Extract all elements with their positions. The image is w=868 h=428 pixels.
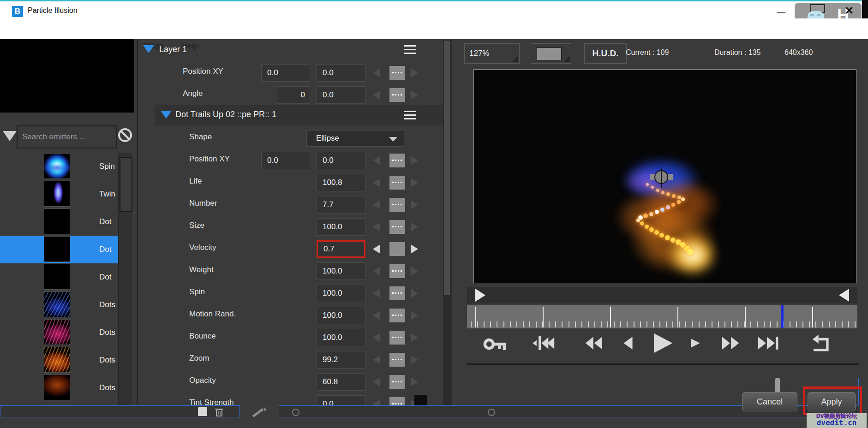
properties-scrollbar-thumb[interactable] (444, 41, 450, 295)
keyframe-handle-icon[interactable] (389, 286, 405, 300)
keyframe-handle-icon[interactable] (389, 88, 405, 102)
value-field[interactable]: 100.0 (317, 329, 365, 346)
value-field[interactable]: 100.0 (317, 285, 365, 302)
library-scrollbar-thumb[interactable] (120, 157, 132, 212)
decrement-arrow-icon[interactable] (373, 267, 380, 276)
collapse-triangle-icon[interactable] (143, 45, 154, 53)
keyframe-handle-icon[interactable] (389, 242, 405, 256)
emitter-list-item[interactable]: Twin (0, 180, 118, 208)
value-field[interactable]: 100.0 (317, 307, 365, 324)
timeline-ruler[interactable] (467, 305, 857, 328)
increment-arrow-icon[interactable] (411, 156, 418, 165)
value-field-x[interactable]: 0.0 (261, 64, 310, 82)
title-bar[interactable]: B Particle Illusion — H ✕ (0, 1, 868, 18)
apply-button[interactable]: Apply (808, 392, 856, 411)
transport-rewind-button[interactable] (581, 331, 610, 355)
emitter-group-header[interactable]: Dot Trails Up 02 ::pe PR:: 1 (155, 105, 443, 125)
stage-viewport[interactable] (473, 69, 856, 283)
value-field-x[interactable]: 0 (277, 86, 310, 104)
library-dropdown-icon[interactable] (3, 131, 17, 141)
transport-go-to-end-button[interactable] (753, 331, 783, 355)
decrement-arrow-icon[interactable] (373, 222, 380, 232)
increment-arrow-icon[interactable] (411, 244, 418, 254)
increment-arrow-icon[interactable] (411, 222, 418, 232)
decrement-arrow-icon[interactable] (373, 355, 380, 364)
decrement-arrow-icon[interactable] (373, 377, 380, 386)
increment-arrow-icon[interactable] (411, 333, 418, 342)
keyframe-handle-icon[interactable] (389, 66, 405, 80)
emitter-list-item[interactable]: Dots (0, 291, 118, 319)
increment-arrow-icon[interactable] (411, 377, 418, 386)
value-field[interactable]: 100.0 (317, 262, 365, 280)
decrement-arrow-icon[interactable] (373, 311, 380, 320)
trash-icon[interactable] (215, 407, 224, 417)
increment-arrow-icon[interactable] (411, 311, 418, 320)
keyframe-handle-icon[interactable] (389, 309, 405, 322)
transport-play-button[interactable] (647, 331, 676, 355)
layer-menu-icon[interactable] (404, 45, 416, 47)
increment-arrow-icon[interactable] (411, 68, 418, 77)
increment-arrow-icon[interactable] (411, 178, 418, 187)
decrement-arrow-icon[interactable] (373, 156, 380, 165)
emitter-list-item[interactable]: Dot (0, 236, 118, 263)
pen-icon[interactable] (251, 406, 268, 418)
panel-divider[interactable] (451, 39, 452, 428)
decrement-arrow-icon[interactable] (373, 68, 380, 77)
playhead[interactable] (781, 305, 784, 328)
value-field[interactable]: 0.7 (317, 240, 365, 258)
transport-key-button[interactable] (483, 331, 512, 355)
keyframe-handle-icon[interactable] (389, 176, 405, 190)
transport-loop-button[interactable] (806, 331, 835, 355)
dim-circle-icon[interactable] (292, 409, 299, 416)
value-field[interactable]: 7.7 (317, 196, 365, 214)
emitter-list-item[interactable]: Dots (0, 346, 118, 374)
keyframe-handle-icon[interactable] (389, 220, 405, 234)
range-start-handle[interactable] (475, 289, 485, 302)
emitter-list-item[interactable]: Dots (0, 319, 118, 346)
value-field[interactable]: 100.8 (317, 174, 365, 191)
emitter-list-item[interactable]: Dot (0, 208, 118, 236)
keyframe-handle-icon[interactable] (389, 353, 405, 367)
shape-dropdown[interactable]: Ellipse (306, 130, 404, 147)
value-field-y[interactable]: 0.0 (317, 64, 365, 82)
background-color-picker[interactable] (531, 43, 571, 64)
value-field-y[interactable]: 0.0 (317, 86, 365, 104)
hud-toggle-button[interactable]: H.U.D. (584, 43, 627, 64)
page-icon[interactable] (198, 407, 207, 416)
close-button[interactable]: ✕ (844, 4, 854, 17)
search-input[interactable] (18, 126, 126, 148)
transport-step-forward-button[interactable] (679, 331, 709, 355)
decrement-arrow-icon[interactable] (373, 289, 380, 298)
value-field[interactable]: 100.0 (317, 218, 365, 236)
increment-arrow-icon[interactable] (411, 289, 418, 298)
cancel-button[interactable]: Cancel (742, 392, 797, 411)
emitter-list-item[interactable]: Dot (0, 263, 118, 291)
value-field[interactable]: 60.8 (317, 373, 365, 391)
decrement-arrow-icon[interactable] (373, 200, 380, 209)
collapse-triangle-icon[interactable] (161, 111, 172, 119)
transport-prev-frame-button[interactable] (531, 331, 560, 355)
dim-circle-icon[interactable] (488, 409, 495, 416)
keyframe-handle-icon[interactable] (389, 264, 405, 278)
emitter-menu-icon[interactable] (404, 111, 416, 112)
emitter-list-item[interactable]: Spin (0, 153, 118, 180)
decrement-arrow-icon[interactable] (373, 90, 380, 100)
increment-arrow-icon[interactable] (411, 267, 418, 276)
emitter-list-item[interactable]: Dots (0, 374, 118, 402)
value-field-x[interactable]: 0.0 (261, 152, 310, 169)
minimize-button[interactable]: — (774, 4, 788, 17)
transport-fast-forward-button[interactable] (715, 331, 745, 355)
increment-arrow-icon[interactable] (411, 355, 418, 364)
layer-group-header[interactable]: Layer 1 (138, 42, 450, 60)
increment-arrow-icon[interactable] (411, 90, 418, 100)
decrement-arrow-icon[interactable] (373, 244, 380, 254)
panel-divider[interactable] (137, 39, 138, 428)
transport-step-back-button[interactable] (614, 331, 643, 355)
keyframe-handle-icon[interactable] (389, 198, 405, 212)
increment-arrow-icon[interactable] (411, 200, 418, 209)
clear-search-button[interactable] (117, 127, 134, 144)
zoom-level-dropdown[interactable]: 127% (464, 43, 520, 64)
keyframe-handle-icon[interactable] (389, 154, 405, 167)
value-field-y[interactable]: 0.0 (317, 152, 365, 169)
decrement-arrow-icon[interactable] (373, 333, 380, 342)
